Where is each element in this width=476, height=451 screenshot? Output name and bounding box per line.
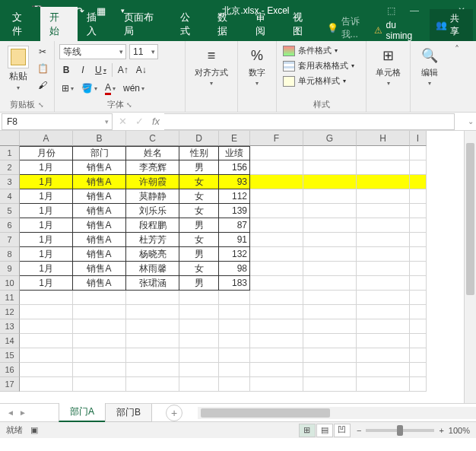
cell-H16[interactable] — [357, 363, 410, 377]
cell-A1[interactable]: 月份 — [20, 146, 73, 160]
row-header-4[interactable]: 4 — [0, 189, 20, 204]
number-button[interactable]: %数字▾ — [243, 44, 271, 88]
cell-D10[interactable]: 男 — [179, 276, 219, 291]
cell-I10[interactable] — [410, 276, 427, 291]
cell-I11[interactable] — [410, 291, 427, 305]
zoom-out-button[interactable]: − — [357, 426, 361, 435]
cell-A5[interactable]: 1月 — [20, 204, 73, 218]
font-name-combo[interactable]: 等线 — [59, 44, 126, 59]
cancel-icon[interactable]: ✕ — [114, 113, 131, 130]
cell-E10[interactable]: 183 — [219, 276, 250, 291]
cell-E13[interactable] — [219, 319, 250, 334]
cell-D17[interactable] — [179, 377, 219, 392]
select-all-corner[interactable] — [0, 131, 20, 146]
cell-B8[interactable]: 销售A — [73, 247, 126, 262]
zoom-slider-handle[interactable] — [397, 425, 403, 436]
cell-F6[interactable] — [250, 218, 303, 233]
cell-A17[interactable] — [20, 377, 73, 392]
cell-E5[interactable]: 139 — [219, 204, 250, 218]
cell-G1[interactable] — [303, 146, 357, 160]
cell-G7[interactable] — [303, 233, 357, 247]
enter-icon[interactable]: ✓ — [131, 113, 148, 130]
cell-C16[interactable] — [126, 363, 179, 377]
cut-button[interactable]: ✂ — [35, 45, 50, 59]
font-size-combo[interactable]: 11 — [129, 44, 158, 59]
cell-D1[interactable]: 性别 — [179, 146, 219, 160]
cell-A2[interactable]: 1月 — [20, 160, 73, 175]
cell-H2[interactable] — [357, 160, 410, 175]
collapse-ribbon-button[interactable]: ˄ — [449, 41, 465, 112]
cell-I4[interactable] — [410, 189, 427, 204]
tab-home[interactable]: 开始 — [40, 7, 78, 41]
cell-H10[interactable] — [357, 276, 410, 291]
cell-I1[interactable] — [410, 146, 427, 160]
column-header-D[interactable]: D — [179, 131, 219, 146]
shrink-font-button[interactable]: A↓ — [134, 62, 149, 78]
view-page-layout-button[interactable]: ▤ — [316, 424, 333, 437]
cell-C6[interactable]: 段程鹏 — [126, 218, 179, 233]
cell-H7[interactable] — [357, 233, 410, 247]
tab-formula[interactable]: 公式 — [171, 7, 208, 41]
paste-button[interactable]: 粘贴▾ — [5, 44, 32, 93]
row-header-7[interactable]: 7 — [0, 233, 20, 247]
cell-D4[interactable]: 女 — [179, 189, 219, 204]
cell-G4[interactable] — [303, 189, 357, 204]
cell-D11[interactable] — [179, 291, 219, 305]
cell-D5[interactable]: 女 — [179, 204, 219, 218]
cell-H9[interactable] — [357, 262, 410, 276]
border-button[interactable]: ⊞▾ — [59, 81, 76, 96]
cell-G12[interactable] — [303, 305, 357, 319]
cell-C17[interactable] — [126, 377, 179, 392]
cell-D16[interactable] — [179, 363, 219, 377]
cell-H15[interactable] — [357, 348, 410, 363]
editing-button[interactable]: 🔍编辑▾ — [415, 44, 444, 88]
format-painter-button[interactable]: 🖌 — [35, 78, 50, 92]
cell-F5[interactable] — [250, 204, 303, 218]
sheet-tab-a[interactable]: 部门A — [59, 403, 106, 422]
row-header-16[interactable]: 16 — [0, 363, 20, 377]
cell-E8[interactable]: 132 — [219, 247, 250, 262]
cell-I5[interactable] — [410, 204, 427, 218]
cell-C5[interactable]: 刘乐乐 — [126, 204, 179, 218]
tell-me[interactable]: 💡告诉我... — [327, 15, 375, 41]
cell-A11[interactable] — [20, 291, 73, 305]
cell-E12[interactable] — [219, 305, 250, 319]
sheet-tab-b[interactable]: 部门B — [105, 404, 152, 422]
minimize-button[interactable]: — — [403, 2, 426, 19]
row-header-10[interactable]: 10 — [0, 276, 20, 291]
cell-E1[interactable]: 业绩 — [219, 146, 250, 160]
cell-A6[interactable]: 1月 — [20, 218, 73, 233]
row-header-3[interactable]: 3 — [0, 175, 20, 189]
column-header-G[interactable]: G — [303, 131, 357, 146]
name-box[interactable]: F8 — [2, 113, 113, 130]
cell-B16[interactable] — [73, 363, 126, 377]
cell-G3[interactable] — [303, 175, 357, 189]
italic-button[interactable]: I — [76, 62, 90, 78]
cell-D6[interactable]: 男 — [179, 218, 219, 233]
cell-G10[interactable] — [303, 276, 357, 291]
ribbon-display-button[interactable]: ⬚ — [379, 2, 402, 19]
cell-G8[interactable] — [303, 247, 357, 262]
cell-D14[interactable] — [179, 334, 219, 348]
user-account[interactable]: ⚠du siming — [374, 20, 423, 41]
cell-H14[interactable] — [357, 334, 410, 348]
tab-layout[interactable]: 页面布局 — [115, 7, 171, 41]
cell-A9[interactable]: 1月 — [20, 262, 73, 276]
cell-B7[interactable]: 销售A — [73, 233, 126, 247]
cell-A3[interactable]: 1月 — [20, 175, 73, 189]
row-header-9[interactable]: 9 — [0, 262, 20, 276]
cell-B17[interactable] — [73, 377, 126, 392]
cell-G6[interactable] — [303, 218, 357, 233]
cell-A4[interactable]: 1月 — [20, 189, 73, 204]
cell-C7[interactable]: 杜芳芳 — [126, 233, 179, 247]
row-header-14[interactable]: 14 — [0, 334, 20, 348]
cell-G9[interactable] — [303, 262, 357, 276]
formula-bar[interactable] — [164, 113, 455, 130]
cell-A12[interactable] — [20, 305, 73, 319]
cell-H4[interactable] — [357, 189, 410, 204]
grow-font-button[interactable]: A↑ — [116, 62, 131, 78]
vertical-scroll-thumb[interactable] — [466, 143, 474, 295]
cell-H11[interactable] — [357, 291, 410, 305]
cell-B3[interactable]: 销售A — [73, 175, 126, 189]
cell-G11[interactable] — [303, 291, 357, 305]
